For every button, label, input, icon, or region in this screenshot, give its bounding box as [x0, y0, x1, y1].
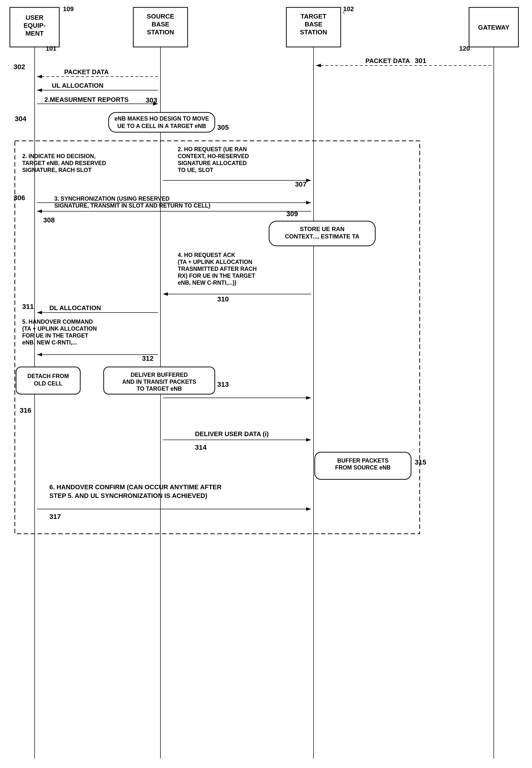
- svg-text:311: 311: [22, 303, 34, 310]
- svg-text:313: 313: [217, 381, 229, 388]
- svg-text:STATION: STATION: [147, 28, 174, 36]
- svg-rect-89: [104, 367, 215, 394]
- svg-text:BASE: BASE: [152, 20, 169, 28]
- svg-marker-84: [37, 353, 42, 356]
- svg-rect-44: [15, 141, 420, 534]
- svg-text:EQUIP-: EQUIP-: [23, 22, 46, 29]
- svg-text:SIGNATURE ALLOCATED: SIGNATURE ALLOCATED: [178, 160, 247, 166]
- svg-text:DETACH FROM: DETACH FROM: [27, 373, 69, 379]
- svg-text:2. INDICATE HO DECISION,: 2. INDICATE HO DECISION,: [22, 153, 96, 159]
- svg-text:101: 101: [46, 45, 56, 52]
- svg-text:(TA + UPLINK ALLOCATION: (TA + UPLINK ALLOCATION: [22, 325, 97, 332]
- svg-text:DL ALLOCATION: DL ALLOCATION: [49, 304, 101, 312]
- svg-text:5. HANDOVER COMMAND: 5. HANDOVER COMMAND: [22, 319, 93, 325]
- svg-rect-11: [286, 7, 341, 47]
- svg-marker-37: [153, 102, 158, 105]
- svg-text:302: 302: [14, 63, 25, 71]
- svg-text:eNB MAKES HO DESIGN TO MOVE: eNB MAKES HO DESIGN TO MOVE: [115, 115, 209, 122]
- svg-text:eNB, NEW C-RNTI,...)): eNB, NEW C-RNTI,...)): [178, 280, 236, 286]
- svg-text:BUFFER PACKETS: BUFFER PACKETS: [337, 457, 389, 464]
- svg-text:STEP 5. AND UL SYNCHRONIZATION: STEP 5. AND UL SYNCHRONIZATION IS ACHIEV…: [49, 492, 207, 499]
- svg-text:316: 316: [20, 406, 31, 414]
- svg-rect-64: [269, 221, 375, 246]
- svg-text:TO TARGET eNB: TO TARGET eNB: [137, 385, 182, 392]
- svg-text:304: 304: [15, 115, 26, 122]
- svg-text:TARGET: TARGET: [301, 13, 327, 20]
- svg-text:DELIVER BUFFERED: DELIVER BUFFERED: [131, 372, 188, 378]
- svg-text:308: 308: [43, 216, 55, 224]
- svg-text:TO UE, SLOT: TO UE, SLOT: [178, 167, 213, 173]
- svg-text:314: 314: [195, 444, 207, 451]
- svg-text:120: 120: [459, 45, 470, 52]
- svg-text:317: 317: [49, 513, 61, 520]
- svg-text:SIGNATURE, RACH SLOT: SIGNATURE, RACH SLOT: [22, 167, 92, 173]
- svg-text:CONTEXT..., ESTIMATE TA: CONTEXT..., ESTIMATE TA: [285, 233, 359, 240]
- svg-rect-101: [315, 452, 411, 479]
- svg-text:AND IN TRANSIT PACKETS: AND IN TRANSIT PACKETS: [122, 379, 196, 385]
- svg-text:BASE: BASE: [305, 20, 322, 28]
- svg-text:TARGET eNB, AND RESERVED: TARGET eNB, AND RESERVED: [22, 160, 106, 166]
- svg-text:109: 109: [63, 5, 74, 13]
- svg-text:310: 310: [217, 295, 229, 303]
- svg-marker-30: [37, 75, 42, 78]
- svg-text:303: 303: [146, 96, 157, 104]
- svg-text:eNB, NEW C-RNTI,...: eNB, NEW C-RNTI,...: [22, 339, 77, 346]
- svg-marker-33: [37, 88, 42, 92]
- svg-text:UL ALLOCATION: UL ALLOCATION: [52, 82, 103, 89]
- svg-marker-59: [37, 210, 42, 213]
- svg-text:SIGNATURE, TRANSMIT IN SLOT AN: SIGNATURE, TRANSMIT IN SLOT AND RETURN T…: [54, 203, 210, 209]
- svg-marker-27: [316, 64, 321, 67]
- svg-text:STORE UE RAN: STORE UE RAN: [300, 226, 345, 232]
- svg-rect-86: [16, 367, 80, 394]
- svg-text:6. HANDOVER CONFIRM (CAN OCCUR: 6. HANDOVER CONFIRM (CAN OCCUR ANYTIME A…: [49, 483, 221, 491]
- svg-text:GATEWAY: GATEWAY: [478, 24, 509, 31]
- svg-text:USER: USER: [26, 14, 43, 21]
- svg-marker-57: [306, 201, 311, 205]
- svg-text:305: 305: [217, 123, 229, 131]
- svg-text:FOR UE IN THE TARGET: FOR UE IN THE TARGET: [22, 332, 88, 339]
- svg-rect-39: [109, 112, 215, 132]
- svg-text:307: 307: [295, 180, 307, 188]
- svg-text:OLD CELL: OLD CELL: [34, 380, 62, 387]
- svg-text:(TA + UPLINK ALLOCATION: (TA + UPLINK ALLOCATION: [178, 259, 252, 265]
- svg-text:SOURCE: SOURCE: [147, 13, 174, 20]
- svg-text:2. HO REQUEST (UE RAN: 2. HO REQUEST (UE RAN: [178, 146, 247, 152]
- svg-text:315: 315: [415, 458, 426, 466]
- svg-marker-73: [163, 292, 168, 296]
- svg-text:306: 306: [14, 194, 25, 202]
- svg-rect-17: [469, 7, 518, 47]
- svg-text:FROM SOURCE eNB: FROM SOURCE eNB: [335, 464, 391, 471]
- svg-text:MENT: MENT: [25, 30, 44, 37]
- diagram-svg: USER EQUIP- MENT 109 101 SOURCE BASE STA…: [0, 0, 532, 768]
- svg-text:CONTEXT, HO-RESERVED: CONTEXT, HO-RESERVED: [178, 153, 249, 159]
- svg-text:309: 309: [286, 210, 298, 218]
- svg-text:3. SYNCHRONIZATION (USING RESE: 3. SYNCHRONIZATION (USING RESERVED: [54, 196, 170, 202]
- svg-marker-98: [306, 438, 311, 442]
- svg-text:RX) FOR UE IN THE TARGET: RX) FOR UE IN THE TARGET: [178, 273, 255, 279]
- svg-marker-77: [37, 311, 42, 314]
- svg-text:312: 312: [142, 355, 154, 362]
- svg-marker-53: [306, 179, 311, 182]
- svg-text:TRASNMITTED AFTER RACH: TRASNMITTED AFTER RACH: [178, 266, 257, 272]
- svg-line-16: [343, 12, 344, 14]
- svg-marker-108: [306, 507, 311, 511]
- diagram-container: USER EQUIP- MENT 109 101 SOURCE BASE STA…: [0, 0, 532, 768]
- svg-text:2.MEASURMENT REPORTS: 2.MEASURMENT REPORTS: [44, 96, 129, 103]
- svg-marker-95: [306, 396, 311, 400]
- svg-text:UE TO A CELL IN A TARGET eNB: UE TO A CELL IN A TARGET eNB: [117, 123, 206, 129]
- svg-rect-0: [10, 7, 59, 47]
- svg-text:PACKET DATA: PACKET DATA: [365, 57, 410, 64]
- svg-text:PACKET DATA: PACKET DATA: [64, 68, 109, 76]
- svg-rect-6: [133, 7, 188, 47]
- svg-text:4. HO REQUEST ACK: 4. HO REQUEST ACK: [178, 252, 235, 258]
- svg-text:DELIVER USER DATA (i): DELIVER USER DATA (i): [195, 430, 269, 438]
- svg-text:301: 301: [415, 57, 426, 64]
- svg-text:102: 102: [343, 5, 354, 13]
- svg-text:STATION: STATION: [300, 28, 327, 36]
